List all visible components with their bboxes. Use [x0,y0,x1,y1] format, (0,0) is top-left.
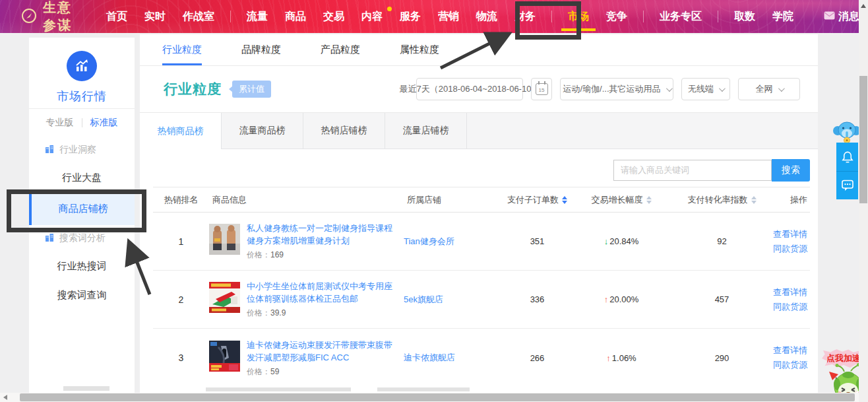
same-supply-link[interactable]: 同款货源 [773,300,807,314]
growth-cell: ↑20.00% [572,294,671,304]
sidebar-item-product-shop-rank[interactable]: 商品店铺榜 [29,192,135,225]
date-range-label: 最近7天（2018-06-04~2018-06-10） [400,83,540,95]
conversion-index-value: 92 [671,236,773,246]
search-button[interactable]: 搜索 [772,159,810,182]
subtab-hot-products[interactable]: 热销商品榜 [140,113,222,149]
nav-item-business-zone[interactable]: 业务专区 [651,0,710,33]
nav-item-traffic[interactable]: 流量 [238,0,276,33]
scroll-left-arrow[interactable] [3,395,7,400]
tab-brand-granularity[interactable]: 品牌粒度 [241,34,281,65]
col-header-shop: 所属店铺 [404,194,503,206]
subtab-hot-shops[interactable]: 热销店铺榜 [303,113,385,149]
shop-link[interactable]: 5ek旗舰店 [404,294,503,306]
sidebar-title: 市场行情 [29,88,135,104]
tab-product-granularity[interactable]: 产品粒度 [321,34,360,65]
horizontal-scrollbar[interactable] [0,393,859,402]
product-info-cell: 中小学生坐位体前屈测试仪中考专用座位体前驱训练器体检正品包邮 价格：39.9 [209,273,404,325]
shop-link[interactable]: 迪卡侬旗舰店 [404,352,503,364]
sidebar-item-hot-search-terms[interactable]: 行业热搜词 [29,251,135,281]
filter-bar: 最近7天（2018-06-04~2018-06-10） 15 运动/瑜伽/...… [416,78,800,100]
product-image[interactable] [209,282,240,313]
sort-icon[interactable] [646,196,652,204]
shop-link[interactable]: Tian健身会所 [404,236,503,248]
col-header-paid-suborders[interactable]: 支付子订单数 [503,194,572,206]
growth-value: 1.06% [612,353,636,363]
sidebar-group-industry-insight: 行业洞察 [29,137,135,163]
product-title-link[interactable]: 中小学生坐位体前屈测试仪中考专用座位体前驱训练器体检正品包邮 [247,280,397,305]
terminal-dropdown[interactable]: 无线端 [681,78,730,100]
sort-icon[interactable] [562,196,567,204]
price-label: 价格： [247,367,270,376]
same-supply-link[interactable]: 同款货源 [773,358,807,372]
page-header-row: 行业粒度 累计值 最近7天（2018-06-04~2018-06-10） 15 … [140,66,818,112]
rank-value: 3 [153,352,209,363]
product-image[interactable] [209,341,240,372]
col-header-growth[interactable]: 交易增长幅度 [572,194,671,206]
table-row: 2 中小学生坐位体前屈测试仪中考专用座位体前驱训练器体检正品包邮 价格：39.9… [153,271,810,329]
product-image[interactable] [209,224,240,255]
col-header-label: 交易增长幅度 [592,194,643,206]
date-range-selector[interactable]: 最近7天（2018-06-04~2018-06-10） [416,78,523,100]
search-row: 搜索 [153,157,810,187]
nav-item-academy[interactable]: 学院 [764,0,802,33]
nav-item-product[interactable]: 商品 [276,0,315,33]
scope-dropdown[interactable]: 全网 [738,78,800,100]
nav-item-service[interactable]: 服务 [391,0,429,33]
sort-icon[interactable] [751,196,757,204]
conversion-index-value: 290 [671,353,773,363]
vertical-scrollbar[interactable] [859,0,868,402]
version-standard[interactable]: 标准版 [90,117,118,129]
chevron-down-icon [666,85,672,92]
product-title-link[interactable]: 私人健身教练一对一定制健身指导课程健身方案增肌增重健身计划 [247,222,397,247]
arrow-down-icon: ↓ [604,236,609,246]
nav-item-data-extract[interactable]: 取数 [726,0,764,33]
subtab-traffic-products[interactable]: 流量商品榜 [222,113,303,149]
scroll-up-arrow[interactable] [861,4,866,8]
price-label: 价格： [247,250,270,259]
paid-suborders-value: 266 [503,353,572,363]
same-supply-link[interactable]: 同款货源 [773,242,807,256]
paid-suborders-value: 336 [503,294,572,304]
nav-item-trade[interactable]: 交易 [315,0,353,33]
nav-item-home[interactable]: 首页 [98,0,136,33]
nav-item-content[interactable]: 内容 [353,0,391,33]
view-details-link[interactable]: 查看详情 [773,227,807,242]
app-logo[interactable]: 生意参谋 [21,0,74,34]
view-details-link[interactable]: 查看详情 [773,343,807,358]
vertical-scroll-thumb[interactable] [859,76,867,203]
envelope-icon [824,0,835,33]
chat-bubble-icon [842,180,853,191]
tab-attribute-granularity[interactable]: 属性粒度 [400,34,439,65]
notification-bell-button[interactable] [836,143,858,171]
horizontal-scroll-thumb[interactable] [20,393,855,401]
subtab-traffic-shops[interactable]: 流量店铺榜 [385,113,467,149]
nav-item-realtime[interactable]: 实时 [136,0,174,33]
sidebar-item-industry-overview[interactable]: 行业大盘 [29,163,135,192]
nav-item-logistics[interactable]: 物流 [468,0,506,33]
category-dropdown[interactable]: 运动/瑜伽/...其它运动用品 [560,78,673,100]
feedback-chat-button[interactable] [836,171,858,199]
nav-item-marketing[interactable]: 营销 [429,0,468,33]
growth-value: 20.84% [609,236,638,246]
keyword-search-input[interactable] [613,160,772,181]
sidebar-item-search-term-query[interactable]: 搜索词查询 [29,281,135,310]
col-header-conversion-index[interactable]: 支付转化率指数 [671,194,773,206]
version-toggle: 专业版 标准版 [29,109,135,137]
view-details-link[interactable]: 查看详情 [773,285,807,300]
main-panel: 行业粒度 品牌粒度 产品粒度 属性粒度 行业粒度 累计值 最近7天（2018-0… [140,34,818,393]
tab-industry-granularity[interactable]: 行业粒度 [162,34,202,65]
product-title-link[interactable]: 迪卡侬健身运动束腰发汗带腰带束腹带发汗减肥塑形减脂FIC ACC [247,339,397,364]
price-value: 169 [270,250,284,259]
nav-item-market-label: 市场 [568,11,589,22]
nav-item-competition[interactable]: 竞争 [598,0,636,33]
sidebar-hero: 市场行情 [29,38,135,109]
col-header-product-info: 商品信息 [209,194,404,206]
nav-item-war-room[interactable]: 作战室 [174,0,223,33]
table-row: 1 私人健身教练一对一定制健身指导课程健身方案增肌增重健身计划 价格：169 T… [153,213,810,271]
nav-item-finance[interactable]: 财务 [506,0,544,33]
nav-item-market[interactable]: 市场 [559,0,598,33]
version-pro[interactable]: 专业版 [46,117,74,129]
calendar-button[interactable]: 15 [531,78,552,100]
nav-divider [643,11,644,22]
table-area: 搜索 热销排名 商品信息 所属店铺 支付子订单数 交易增长幅度 支付转化率指数 … [140,149,818,387]
